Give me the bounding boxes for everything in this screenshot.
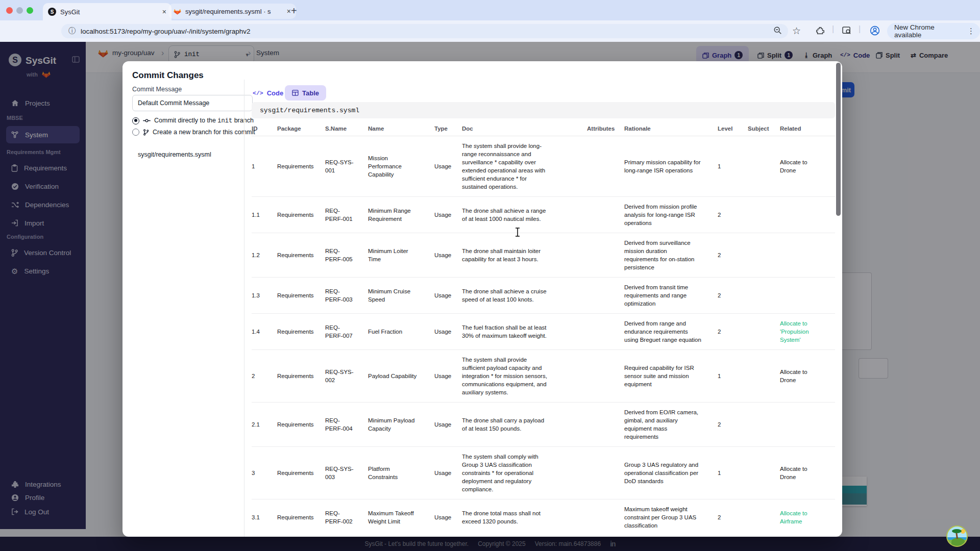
- cell-rationale: Group 3 UAS regulatory and operational c…: [624, 447, 718, 499]
- requirements-table: ID Package S.Name Name Type Doc Attribut…: [252, 122, 830, 537]
- cell-related: Allocate to Airframe: [780, 499, 835, 536]
- tab-close-icon[interactable]: ×: [162, 8, 166, 16]
- profile-avatar-icon[interactable]: [870, 26, 880, 36]
- cell-subject: [748, 403, 780, 447]
- cell-sname: REQ-PERF-003: [325, 278, 368, 314]
- cell-sname: REQ-PERF-002: [325, 499, 368, 536]
- tab-table[interactable]: Table: [285, 85, 326, 101]
- cell-package: Requirements: [277, 136, 325, 197]
- radio-new-branch[interactable]: Create a new branch for this commit: [132, 129, 255, 136]
- island-badge[interactable]: [946, 525, 968, 547]
- cell-id: 3.1: [252, 499, 277, 536]
- cell-type: Usage: [434, 278, 462, 314]
- file-path-bar: sysgit/requirements.sysml: [252, 102, 835, 118]
- tab-search-icon[interactable]: [842, 26, 852, 35]
- cell-doc: The empty weight shall not exceed 320 po…: [462, 536, 587, 537]
- cell-related: Allocate to Drone: [780, 136, 835, 197]
- col-header-level[interactable]: Level: [718, 122, 748, 136]
- cell-sname: REQ-PERF-005: [325, 233, 368, 278]
- cell-package: Requirements: [277, 278, 325, 314]
- browser-tab-requirements[interactable]: sysgit/requirements.sysml · s ×: [168, 4, 296, 19]
- cell-package: Requirements: [277, 233, 325, 278]
- col-header-doc[interactable]: Doc: [462, 122, 587, 136]
- cell-id: 1.2: [252, 233, 277, 278]
- mac-minimize-button[interactable]: [16, 7, 23, 14]
- cell-id: 2: [252, 350, 277, 403]
- cell-name: Mission Performance Capability: [368, 136, 434, 197]
- mac-zoom-button[interactable]: [27, 7, 33, 14]
- col-header-attributes[interactable]: Attributes: [587, 122, 624, 136]
- col-header-type[interactable]: Type: [434, 122, 462, 136]
- cell-package: Requirements: [277, 350, 325, 403]
- cell-level: 1: [718, 350, 748, 403]
- cell-level: 1: [718, 136, 748, 197]
- new-chrome-button[interactable]: New Chrome available ⋮: [887, 23, 980, 39]
- gitlab-favicon: [174, 8, 181, 15]
- col-header-subject[interactable]: Subject: [748, 122, 780, 136]
- cell-type: Usage: [434, 447, 462, 499]
- cell-subject: [748, 136, 780, 197]
- new-tab-button[interactable]: +: [291, 5, 297, 17]
- cell-type: Usage: [434, 499, 462, 536]
- zoom-out-icon[interactable]: [773, 26, 782, 35]
- radio-selected-icon[interactable]: [132, 117, 139, 124]
- cell-sname: REQ-PERF-006: [325, 536, 368, 537]
- radio-commit-direct[interactable]: Commit directly to the init branch: [132, 117, 254, 124]
- address-bar[interactable]: ⓘ localhost:5173/repo/my-group/uav/-/ini…: [61, 24, 788, 38]
- col-header-id[interactable]: ID: [252, 122, 277, 136]
- cell-level: 2: [718, 499, 748, 536]
- mac-close-button[interactable]: [6, 7, 13, 14]
- cell-doc: The system shall comply with Group 3 UAS…: [462, 447, 587, 499]
- tab-code[interactable]: </> Code: [253, 85, 283, 101]
- cell-attributes: [587, 403, 624, 447]
- cell-level: 2: [718, 233, 748, 278]
- cell-level: 2: [718, 403, 748, 447]
- cell-doc: The drone shall achieve a range of at le…: [462, 197, 587, 233]
- cell-name: Empty Weight Budget: [368, 536, 434, 537]
- cell-related: Allocate to Drone: [780, 350, 835, 403]
- extensions-icon[interactable]: [816, 26, 825, 35]
- kebab-menu-icon[interactable]: ⋮: [967, 27, 975, 36]
- cell-package: Requirements: [277, 447, 325, 499]
- col-header-name[interactable]: Name: [368, 122, 434, 136]
- radio-unselected-icon[interactable]: [132, 129, 139, 136]
- commit-message-label: Commit Message: [132, 86, 182, 93]
- toolbar-divider: |: [832, 24, 834, 34]
- col-header-related[interactable]: Related: [780, 122, 835, 136]
- cell-level: 2: [718, 314, 748, 350]
- tab-code-label: Code: [267, 89, 284, 97]
- browser-tab-sysgit[interactable]: S SysGit ×: [43, 3, 172, 20]
- modal-divider: [244, 80, 244, 537]
- cell-package: Requirements: [277, 403, 325, 447]
- url-text: localhost:5173/repo/my-group/uav/-/init/…: [81, 28, 250, 35]
- cell-subject: [748, 197, 780, 233]
- changed-file-item[interactable]: sysgit/requirements.sysml: [138, 151, 211, 158]
- cell-type: Usage: [434, 136, 462, 197]
- col-header-sname[interactable]: S.Name: [325, 122, 368, 136]
- cell-type: Usage: [434, 536, 462, 537]
- cell-related: [780, 536, 835, 537]
- radio-label: Create a new branch for this commit: [153, 129, 255, 136]
- cell-attributes: [587, 536, 624, 537]
- cell-level: 2: [718, 197, 748, 233]
- cell-package: Requirements: [277, 499, 325, 536]
- cell-name: Platform Constraints: [368, 447, 434, 499]
- tab-title: SysGit: [60, 8, 80, 16]
- tab-close-icon[interactable]: ×: [287, 7, 291, 15]
- cell-id: 1.3: [252, 278, 277, 314]
- commit-message-input[interactable]: [132, 95, 253, 111]
- cell-subject: [748, 499, 780, 536]
- col-header-rationale[interactable]: Rationale: [624, 122, 718, 136]
- cell-name: Minimum Loiter Time: [368, 233, 434, 278]
- tab-title: sysgit/requirements.sysml · s: [185, 8, 271, 15]
- browser-tab-strip: S SysGit × sysgit/requirements.sysml · s…: [0, 0, 980, 20]
- modal-scrollbar-thumb[interactable]: [836, 63, 841, 216]
- site-info-icon[interactable]: ⓘ: [68, 27, 76, 36]
- cell-id: 1.1: [252, 197, 277, 233]
- cell-type: Usage: [434, 314, 462, 350]
- cell-id: 3: [252, 447, 277, 499]
- col-header-package[interactable]: Package: [277, 122, 325, 136]
- cell-related: [780, 403, 835, 447]
- bookmark-star-icon[interactable]: ☆: [792, 25, 801, 37]
- cell-sname: REQ-SYS-001: [325, 136, 368, 197]
